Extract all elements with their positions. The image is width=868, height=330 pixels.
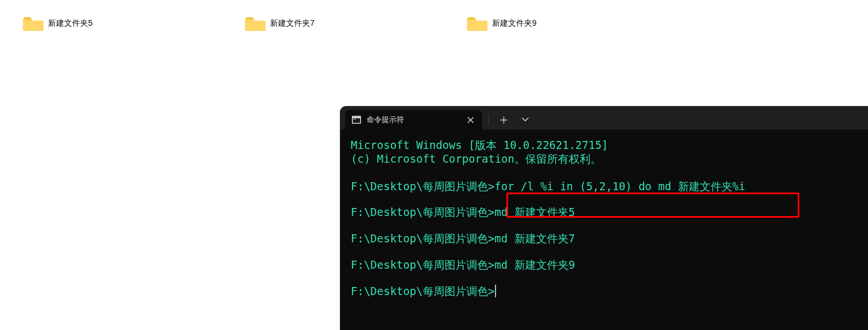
- folder-icon: [245, 15, 265, 32]
- new-tab-button[interactable]: [497, 113, 510, 127]
- svg-rect-3: [354, 119, 356, 120]
- terminal-title-bar: 命令提示符: [340, 107, 868, 129]
- terminal-line: F:\Desktop\每周图片调色>md 新建文件夹7: [351, 232, 858, 246]
- chevron-down-icon: [522, 117, 529, 122]
- terminal-line: (c) Microsoft Corporation。保留所有权利。: [351, 152, 858, 166]
- folder-label: 新建文件夹9: [492, 18, 537, 29]
- explorer-folder-row: 新建文件夹5 新建文件夹7 新建文件夹9: [0, 15, 868, 49]
- svg-rect-2: [353, 119, 360, 123]
- tab-dropdown-button[interactable]: [518, 113, 532, 127]
- terminal-body[interactable]: Microsoft Windows [版本 10.0.22621.2715] (…: [340, 129, 868, 298]
- folder-label: 新建文件夹7: [270, 18, 315, 29]
- title-bar-actions: [482, 110, 532, 129]
- terminal-cursor: [495, 285, 496, 297]
- terminal-line: Microsoft Windows [版本 10.0.22621.2715]: [351, 139, 858, 152]
- plus-icon: [500, 116, 508, 124]
- terminal-tab-title: 命令提示符: [367, 115, 404, 125]
- terminal-line: F:\Desktop\每周图片调色>for /l %i in (5,2,10) …: [351, 180, 858, 194]
- cmd-icon: [352, 116, 361, 124]
- terminal-line: F:\Desktop\每周图片调色>md 新建文件夹5: [351, 206, 858, 219]
- tab-divider: [488, 115, 489, 125]
- svg-rect-1: [352, 116, 361, 117]
- tab-close-button[interactable]: [465, 115, 475, 125]
- folder-label: 新建文件夹5: [48, 18, 93, 29]
- folder-icon: [23, 15, 43, 32]
- terminal-window: 命令提示符 Microsoft Windows [版本 10.0.22621: [340, 107, 868, 330]
- terminal-line: F:\Desktop\每周图片调色>md 新建文件夹9: [351, 258, 858, 272]
- terminal-blank-line: [351, 166, 858, 180]
- terminal-tab[interactable]: 命令提示符: [345, 110, 482, 129]
- folder-item[interactable]: 新建文件夹5: [23, 15, 93, 32]
- terminal-prompt-line: F:\Desktop\每周图片调色>: [351, 285, 858, 298]
- folder-icon: [467, 15, 487, 32]
- folder-item[interactable]: 新建文件夹7: [245, 15, 315, 32]
- close-icon: [467, 117, 474, 123]
- folder-item[interactable]: 新建文件夹9: [467, 15, 537, 32]
- terminal-prompt: F:\Desktop\每周图片调色>: [351, 285, 494, 297]
